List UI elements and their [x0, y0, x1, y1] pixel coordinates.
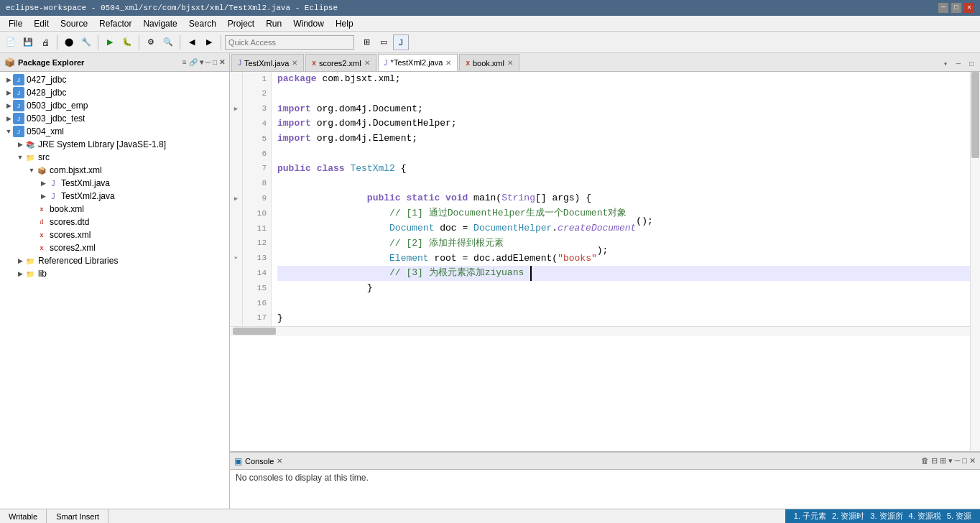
tree-item-package[interactable]: ▼ 📦 com.bjsxt.xml [0, 164, 229, 177]
menu-navigate[interactable]: Navigate [137, 17, 182, 30]
xml-file-icon: x [36, 203, 47, 215]
tab-close-button[interactable]: ✕ [364, 59, 370, 67]
java-file-icon: J [47, 177, 59, 189]
console-dropdown-button[interactable]: ▾ [948, 456, 953, 466]
tree-item-scores2-xml[interactable]: x scores2.xml [0, 241, 229, 254]
tree-item-0504_xml[interactable]: ▼ J 0504_xml [0, 125, 229, 138]
prev-edit-button[interactable]: ◀ [184, 34, 200, 50]
tree-item-0428_jdbc[interactable]: ▶ J 0428_jdbc [0, 86, 229, 99]
tab-close-button[interactable]: ✕ [292, 59, 297, 67]
editor-scrollbar[interactable] [970, 72, 980, 451]
print-button[interactable]: 🖨 [37, 34, 53, 50]
tab-close-button[interactable]: ✕ [507, 59, 513, 67]
minimize-editor-button[interactable]: ─ [953, 58, 964, 70]
console-view-menu[interactable]: ✕ [969, 456, 976, 466]
back-button[interactable]: ⬤ [61, 34, 77, 50]
clear-console-button[interactable]: 🗑 [921, 456, 929, 466]
tab-scores2[interactable]: x scores2.xml ✕ [305, 54, 376, 71]
close-view-button[interactable]: ✕ [219, 58, 225, 66]
perspective-button[interactable]: ⊞ [359, 34, 374, 50]
menu-help[interactable]: Help [330, 17, 359, 30]
view-menu-button[interactable]: ▾ [200, 58, 203, 66]
menu-edit[interactable]: Edit [28, 17, 55, 30]
tab-TestXml[interactable]: J TestXml.java ✕ [231, 54, 304, 71]
status-option-2[interactable]: 2. 资源时 [832, 511, 864, 522]
save-button[interactable]: 💾 [20, 34, 36, 50]
tree-item-scores-dtd[interactable]: d scores.dtd [0, 216, 229, 228]
menu-project[interactable]: Project [222, 17, 260, 30]
menu-source[interactable]: Source [55, 17, 93, 30]
tree-item-TestXml2[interactable]: ▶ J TestXml2.java [0, 190, 229, 203]
tree-item-0427_jdbc[interactable]: ▶ J 0427_jdbc [0, 73, 229, 86]
collapse-all-button[interactable]: ≡ [182, 58, 187, 66]
line-num-11: 11 [247, 221, 267, 236]
package-icon: 📦 [36, 165, 47, 176]
menu-file[interactable]: File [3, 17, 28, 30]
status-option-1[interactable]: 1. 子元素 [794, 511, 826, 522]
tab-close-button[interactable]: ✕ [445, 59, 451, 67]
debug-button[interactable]: 🐛 [119, 34, 135, 50]
h-scroll-thumb[interactable] [233, 328, 276, 335]
console-title: Console [245, 457, 274, 466]
search-button[interactable]: 🔍 [160, 34, 176, 50]
horizontal-scrollbar[interactable] [230, 326, 980, 336]
maximize-view-button[interactable]: □ [213, 58, 217, 66]
tree-label: 0504_xml [27, 126, 64, 136]
menu-run[interactable]: Run [260, 17, 287, 30]
tab-book-xml[interactable]: x book.xml ✕ [459, 54, 519, 71]
tree-item-0503_jdbc_emp[interactable]: ▶ J 0503_jdbc_emp [0, 99, 229, 112]
tree-arrow: ▶ [16, 270, 24, 277]
margin-11 [230, 221, 242, 236]
var-root: root [434, 251, 456, 267]
bottom-panel: ▣ Console ✕ 🗑 ⊟ ⊞ ▾ ─ □ ✕ No consoles to… [230, 451, 980, 509]
tree-item-src[interactable]: ▼ 📁 src [0, 151, 229, 164]
new-button[interactable]: 📄 [3, 34, 19, 50]
tab-label: *TestXml2.java [391, 58, 443, 67]
margin-2 [230, 87, 242, 102]
maximize-editor-button[interactable]: □ [966, 58, 977, 70]
keyword-static: static [406, 191, 440, 206]
java-perspective-button[interactable]: J [393, 34, 409, 50]
title-bar-controls[interactable]: ─ □ ✕ [938, 3, 974, 13]
run-button[interactable]: ▶ [102, 34, 118, 50]
tree-item-scores-xml[interactable]: x scores.xml [0, 228, 229, 241]
link-editor-button[interactable]: 🔗 [189, 58, 198, 66]
minimize-panel-button[interactable]: ▭ [376, 34, 392, 50]
close-button[interactable]: ✕ [964, 3, 974, 13]
tree-item-book-xml[interactable]: x book.xml [0, 203, 229, 216]
quick-access-input[interactable] [225, 35, 354, 50]
minimize-button[interactable]: ─ [938, 3, 948, 13]
right-panel: J TestXml.java ✕ x scores2.xml ✕ J *Test… [230, 53, 980, 509]
console-new-button[interactable]: ⊞ [940, 456, 946, 466]
status-option-4[interactable]: 4. 资源税 [909, 511, 941, 522]
toolbar-sep-1 [57, 35, 57, 50]
menu-window[interactable]: Window [287, 17, 330, 30]
menu-refactor[interactable]: Refactor [93, 17, 137, 30]
status-option-3[interactable]: 3. 资源所 [870, 511, 902, 522]
tree-item-TestXml[interactable]: ▶ J TestXml.java [0, 177, 229, 190]
method-create: createDocument [558, 221, 636, 236]
menu-search[interactable]: Search [183, 17, 222, 30]
tree-item-lib[interactable]: ▶ 📁 lib [0, 267, 229, 280]
keyword-import: import [277, 116, 311, 131]
status-option-5[interactable]: 5. 资源 [947, 511, 971, 522]
scroll-lock-button[interactable]: ⊟ [931, 456, 938, 466]
tab-list-button[interactable]: ▾ [940, 58, 951, 70]
tree-item-referenced-libraries[interactable]: ▶ 📁 Referenced Libraries [0, 254, 229, 267]
scrollbar-thumb[interactable] [971, 72, 979, 158]
next-edit-button[interactable]: ▶ [201, 34, 217, 50]
build-button[interactable]: ⚙ [143, 34, 159, 50]
code-editor[interactable]: ▶ ▶ ➤ [230, 72, 980, 451]
tree-item-jre[interactable]: ▶ 📚 JRE System Library [JavaSE-1.8] [0, 138, 229, 151]
tab-TestXml2-active[interactable]: J *TestXml2.java ✕ [378, 54, 458, 71]
folder-icon: 📁 [24, 268, 36, 279]
console-maximize-button[interactable]: □ [962, 456, 967, 466]
maximize-button[interactable]: □ [951, 3, 961, 13]
minimize-view-button[interactable]: ─ [205, 58, 211, 66]
console-minimize-button[interactable]: ─ [955, 456, 961, 466]
tree-item-0503_jdbc_test[interactable]: ▶ J 0503_jdbc_test [0, 112, 229, 125]
tree-arrow: ▼ [16, 154, 24, 161]
tree-label: 0428_jdbc [27, 88, 66, 98]
properties-button[interactable]: 🔧 [78, 34, 94, 50]
line-num-13: 13 [247, 251, 267, 267]
